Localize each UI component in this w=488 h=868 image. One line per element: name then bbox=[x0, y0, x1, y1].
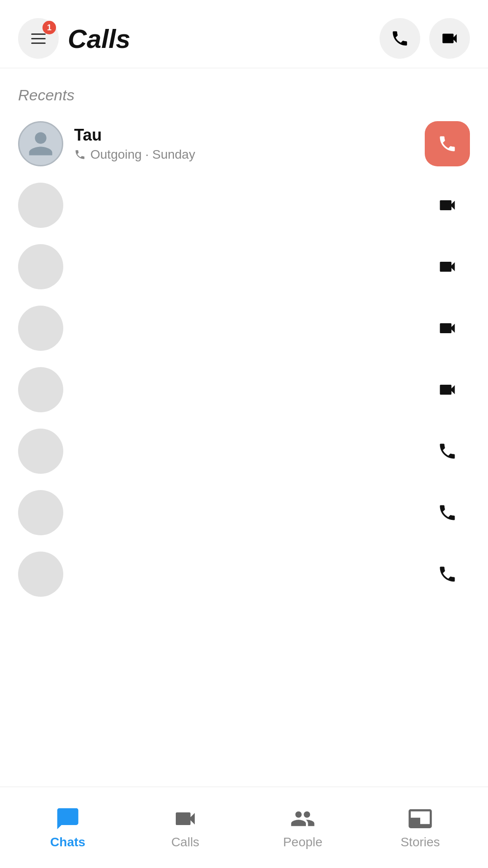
avatar bbox=[18, 552, 63, 597]
call-list: Tau Outgoing · Sunday bbox=[0, 113, 488, 605]
call-action-video[interactable] bbox=[425, 244, 470, 289]
phone-call-icon bbox=[437, 134, 457, 154]
avatar bbox=[18, 429, 63, 474]
video-call-icon bbox=[437, 257, 457, 277]
call-info: Tau Outgoing · Sunday bbox=[74, 126, 414, 162]
call-type-time: Outgoing · Sunday bbox=[90, 147, 195, 162]
call-item-5[interactable] bbox=[14, 359, 474, 420]
recents-label: Recents bbox=[0, 68, 488, 113]
avatar bbox=[18, 490, 63, 535]
people-icon bbox=[290, 806, 315, 831]
nav-label-calls: Calls bbox=[171, 835, 199, 849]
call-item-8[interactable] bbox=[14, 543, 474, 605]
call-action-video[interactable] bbox=[425, 306, 470, 351]
video-call-icon bbox=[437, 380, 457, 400]
video-call-icon bbox=[437, 318, 457, 338]
video-call-icon bbox=[437, 195, 457, 215]
video-icon bbox=[440, 29, 459, 48]
call-item-2[interactable] bbox=[14, 175, 474, 236]
call-action-phone[interactable] bbox=[425, 490, 470, 535]
nav-item-stories[interactable]: Stories bbox=[361, 806, 479, 849]
call-item-3[interactable] bbox=[14, 236, 474, 297]
header-left: 1 Calls bbox=[18, 18, 131, 59]
avatar bbox=[18, 183, 63, 228]
call-action-phone[interactable] bbox=[425, 552, 470, 597]
call-item-tau[interactable]: Tau Outgoing · Sunday bbox=[14, 113, 474, 175]
phone-call-icon bbox=[437, 564, 457, 584]
nav-item-calls[interactable]: Calls bbox=[127, 806, 244, 849]
hamburger-icon bbox=[31, 33, 46, 44]
avatar bbox=[18, 244, 63, 289]
nav-label-people: People bbox=[283, 835, 322, 849]
header: 1 Calls bbox=[0, 0, 488, 68]
call-action-video[interactable] bbox=[425, 183, 470, 228]
bottom-navigation: Chats Calls People Stories bbox=[0, 787, 488, 868]
contact-name: Tau bbox=[74, 126, 414, 145]
call-detail: Outgoing · Sunday bbox=[74, 147, 414, 162]
avatar bbox=[18, 306, 63, 351]
menu-button[interactable]: 1 bbox=[18, 18, 59, 59]
user-icon bbox=[26, 129, 55, 158]
nav-label-chats: Chats bbox=[50, 835, 85, 849]
header-actions bbox=[380, 18, 470, 59]
nav-item-people[interactable]: People bbox=[244, 806, 361, 849]
phone-call-icon bbox=[437, 503, 457, 523]
outgoing-call-icon bbox=[74, 149, 86, 160]
avatar bbox=[18, 121, 63, 166]
nav-label-stories: Stories bbox=[400, 835, 440, 849]
phone-icon bbox=[390, 29, 409, 48]
avatar bbox=[18, 367, 63, 412]
call-item-4[interactable] bbox=[14, 297, 474, 359]
stories-icon bbox=[408, 806, 433, 831]
nav-item-chats[interactable]: Chats bbox=[9, 806, 127, 849]
phone-call-icon bbox=[437, 441, 457, 461]
call-action-phone[interactable] bbox=[425, 121, 470, 166]
calls-nav-icon bbox=[173, 806, 198, 831]
chat-icon bbox=[55, 806, 80, 831]
call-action-video[interactable] bbox=[425, 367, 470, 412]
video-call-button[interactable] bbox=[429, 18, 470, 59]
call-item-7[interactable] bbox=[14, 482, 474, 543]
page-title: Calls bbox=[68, 24, 131, 54]
phone-call-button[interactable] bbox=[380, 18, 420, 59]
call-item-6[interactable] bbox=[14, 420, 474, 482]
notification-badge: 1 bbox=[42, 21, 56, 34]
call-action-phone[interactable] bbox=[425, 429, 470, 474]
